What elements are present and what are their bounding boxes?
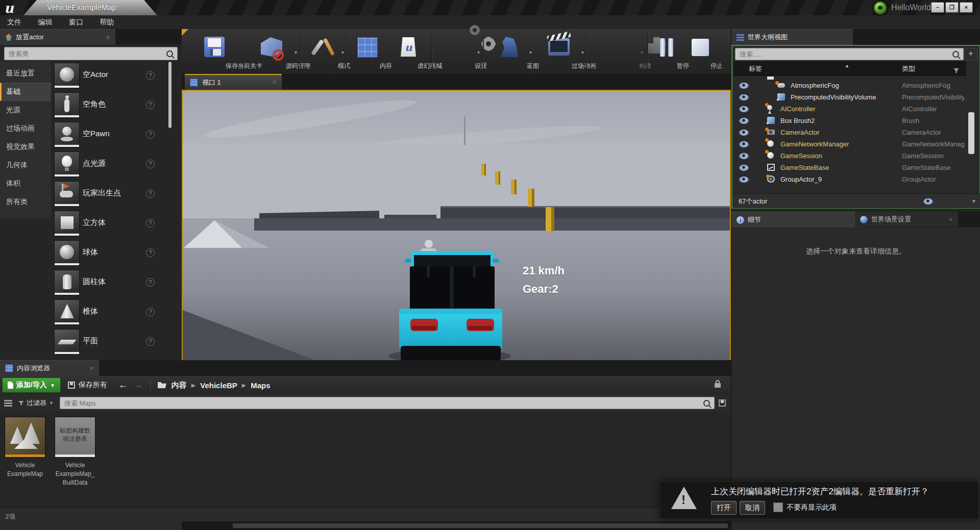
tab-world-settings[interactable]: 世界场景设置 ✕ <box>855 212 958 227</box>
titlebar[interactable]: u VehicleExampleMap HelloWorld – ❐ × <box>0 0 980 15</box>
outliner-search[interactable] <box>735 48 964 60</box>
menu-help[interactable]: 帮助 <box>92 15 121 27</box>
settings-button[interactable]: 设置 <box>435 31 481 72</box>
menu-window[interactable]: 窗口 <box>62 15 90 27</box>
place-item-sphere[interactable]: 球体 ? <box>51 238 168 267</box>
help-circle-icon[interactable]: ? <box>146 189 155 198</box>
table-row[interactable]: Box Brush2 Brush <box>733 115 966 127</box>
build-button[interactable]: 构建 <box>589 31 645 72</box>
search-input[interactable] <box>736 51 950 58</box>
table-row[interactable]: GameStateBase GameStateBase <box>733 162 966 173</box>
table-row[interactable]: AIController AIController <box>733 103 966 115</box>
bottom-scrollbar[interactable] <box>182 521 731 530</box>
pause-button[interactable]: 暂停 <box>650 31 683 72</box>
table-row[interactable]: AtmosphericFog AtmosphericFog <box>733 80 966 91</box>
tab-place-actors[interactable]: 放置actor ✕ <box>0 29 115 45</box>
asset-vehicle-examplemap[interactable]: Vehicle ExampleMap <box>1 417 50 478</box>
viewport[interactable]: 21 km/h Gear:2 <box>182 90 731 365</box>
eye-icon[interactable] <box>739 129 749 136</box>
cinematics-button[interactable]: 过场动画 <box>534 31 584 72</box>
dont-show-checkbox[interactable] <box>773 502 783 512</box>
asset-vehicle-examplemap-builtdata[interactable]: 贴图构建数 据注册表 Vehicle ExampleMap_ BuiltData <box>51 417 100 487</box>
blueprints-button[interactable]: 蓝图 <box>486 31 533 72</box>
column-label[interactable]: 标签 <box>749 64 762 73</box>
lock-icon[interactable] <box>715 383 721 388</box>
table-row[interactable]: GameSession GameSession <box>733 150 966 162</box>
close-icon[interactable]: ✕ <box>949 217 953 222</box>
place-item-empty-actor[interactable]: 空Actor ? <box>51 60 168 90</box>
eye-icon[interactable] <box>739 106 749 113</box>
filters-button[interactable]: 过滤器 ▼ <box>18 398 54 408</box>
help-circle-icon[interactable]: ? <box>146 308 155 316</box>
table-row[interactable]: GroupActor_9 GroupActor <box>733 173 966 185</box>
close-icon[interactable]: ✕ <box>89 365 94 372</box>
actor-name[interactable]: AIController <box>780 105 816 113</box>
actor-name[interactable]: AtmosphericFog <box>791 82 839 89</box>
source-control-button[interactable]: 源码管理 <box>245 31 298 72</box>
window-close-button[interactable]: × <box>960 2 973 13</box>
back-arrow-icon[interactable]: ← <box>118 380 128 391</box>
level-tab[interactable]: VehicleExampleMap <box>23 0 157 15</box>
breadcrumb-vehiclebp[interactable]: VehicleBP <box>200 381 237 390</box>
table-row[interactable]: CameraActor CameraActor <box>733 127 966 138</box>
place-item-player-start[interactable]: 玩家出生点 ? <box>51 179 168 208</box>
eye-icon[interactable] <box>739 141 749 148</box>
menu-edit[interactable]: 编辑 <box>31 15 59 27</box>
window-minimize-button[interactable]: – <box>931 2 944 13</box>
search-input[interactable] <box>5 50 164 58</box>
sources-panel-icon[interactable] <box>4 400 12 407</box>
eye-icon[interactable] <box>739 82 749 89</box>
tab-viewport-1[interactable]: 视口 1 ✕ <box>185 74 282 90</box>
actor-name[interactable]: CameraActor <box>780 129 820 136</box>
content-search[interactable] <box>60 397 715 409</box>
category-recent[interactable]: 最近放置 <box>0 64 51 83</box>
content-button[interactable]: 内容 <box>349 31 386 72</box>
filter-funnel-icon[interactable] <box>953 66 959 75</box>
breadcrumb-content[interactable]: 内容 <box>172 381 187 390</box>
modes-button[interactable]: 模式 <box>303 31 344 72</box>
table-row[interactable]: GameNetworkManager GameNetworkManager <box>733 138 966 150</box>
search-input[interactable] <box>60 399 701 407</box>
category-lights[interactable]: 光源 <box>0 101 51 119</box>
tab-details[interactable]: i 细节 ✕ <box>731 212 863 228</box>
scrollbar[interactable] <box>168 62 172 128</box>
category-basic[interactable]: 基础 <box>0 83 51 101</box>
window-restore-button[interactable]: ❐ <box>945 2 959 13</box>
help-circle-icon[interactable]: ? <box>146 160 155 168</box>
menu-file[interactable]: 文件 <box>0 15 29 27</box>
category-visual[interactable]: 视觉效果 <box>0 138 51 156</box>
actor-name[interactable]: Box Brush2 <box>780 117 815 124</box>
open-button[interactable]: 打开 <box>711 501 737 515</box>
eye-icon[interactable] <box>739 117 749 124</box>
place-item-cube[interactable]: 立方体 ? <box>51 208 168 238</box>
cancel-button[interactable]: 取消 <box>740 501 765 515</box>
actor-name[interactable]: PrecomputedVisibilityVolume <box>791 93 876 101</box>
sort-arrow-icon[interactable]: ▲ <box>845 63 849 68</box>
help-circle-icon[interactable]: ? <box>146 71 155 80</box>
place-item-point-light[interactable]: 点光源 ? <box>51 149 168 179</box>
place-item-plane[interactable]: 平面 ? <box>51 326 168 356</box>
help-circle-icon[interactable]: ? <box>146 248 155 257</box>
actor-name[interactable]: GameStateBase <box>780 164 829 171</box>
help-circle-icon[interactable]: ? <box>146 100 155 109</box>
category-cinematic[interactable]: 过场动画 <box>0 119 51 138</box>
eye-icon[interactable] <box>739 153 749 160</box>
place-item-empty-character[interactable]: 空角色 ? <box>51 90 168 119</box>
category-geometry[interactable]: 几何体 <box>0 156 51 174</box>
breadcrumb-maps[interactable]: Maps <box>251 381 270 390</box>
actor-name[interactable]: GameNetworkManager <box>780 140 849 148</box>
scrollbar[interactable] <box>968 112 974 154</box>
close-icon[interactable]: ✕ <box>272 79 277 86</box>
eye-icon[interactable] <box>739 94 749 101</box>
eye-icon[interactable] <box>739 176 749 183</box>
place-actors-search[interactable] <box>4 47 178 60</box>
category-volumes[interactable]: 体积 <box>0 174 51 193</box>
tab-content-browser[interactable]: 内容浏览器 ✕ <box>0 360 99 376</box>
actor-name[interactable]: GameSession <box>780 152 822 160</box>
column-type[interactable]: 类型 <box>902 64 915 73</box>
add-actor-button[interactable]: + <box>964 48 977 60</box>
actor-name[interactable]: GroupActor_9 <box>780 175 822 183</box>
scrollbar-thumb[interactable] <box>233 523 728 528</box>
place-item-cone[interactable]: 椎体 ? <box>51 297 168 326</box>
help-circle-icon[interactable]: ? <box>146 278 155 287</box>
